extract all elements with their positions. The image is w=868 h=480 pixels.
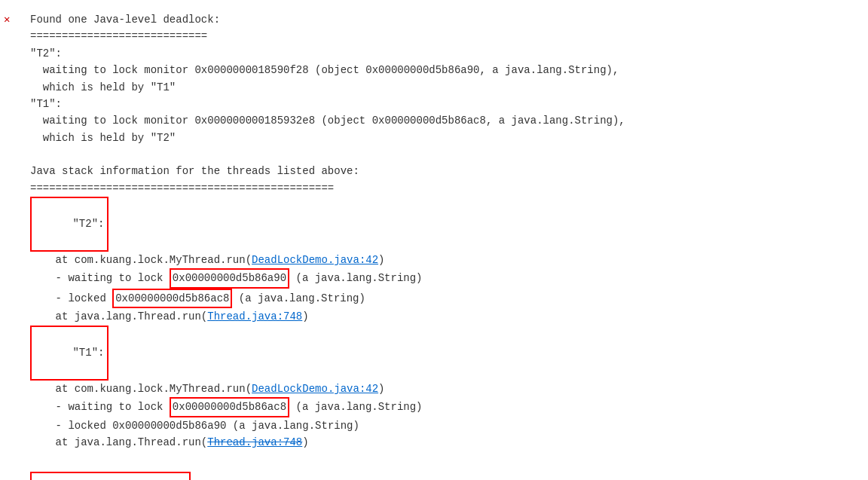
t2-which-text: which is held by "T1" [30,79,176,96]
t2-label-text: "T2": [30,45,62,62]
separator2-text: ========================================… [30,180,334,197]
java-stack-line: Java stack information for the threads l… [15,163,853,179]
red-x-icon: ✕ [4,11,10,28]
t1-wait-addr-text: 0x00000000d5b86ac8 [173,401,286,413]
t2-at-end-text: ) [378,252,384,268]
t2-locked-line: - locked 0x00000000d5b86ac8 (a java.lang… [15,289,853,308]
t1-link-text[interactable]: DeadLockDemo.java:42 [252,381,378,397]
t2-wait-addr-box: 0x00000000d5b86a90 [170,268,289,288]
t2-obj1-text: 0x00000000d5b86a90 [365,62,479,78]
t2-thread-box: "T2": [30,197,108,252]
t2-lock-end-text: (a java.lang.String) [232,290,365,307]
found-deadlock-text: Found one Java-level deadlock: [30,11,220,28]
t2-wait-end-text: (a java.lang.String) [289,270,422,286]
t1-locked-line: - locked 0x00000000d5b86a90 (a java.lang… [15,417,853,434]
t1-which-text: which is held by "T2" [30,130,176,146]
t1-thread-run-text: at java.lang.Thread.run( [30,434,207,451]
t2-thread-link-text[interactable]: Thread.java:748 [207,308,302,325]
t1-lock-end-text: (a java.lang.String) [226,417,359,434]
t1-locked-text: - locked [30,417,112,434]
t2-wait-text: - waiting to lock [30,270,170,286]
t1-thread-link-text[interactable]: Thread.java:748 [207,434,302,451]
found-deadlock-line: Found 1 deadlock. [15,467,853,480]
t2-lock-addr-text: 0x00000000d5b86ac8 [115,292,229,304]
t1-obj1-text: 0x00000000d5b86ac8 [372,112,486,129]
t2-thread-run-text: at java.lang.Thread.run( [30,308,207,325]
header-line: Found one Java-level deadlock: [15,11,853,28]
t1-waiting-text: waiting to lock monitor 0x00000000018593… [30,112,372,129]
t2-wait-lock-line: - waiting to lock 0x00000000d5b86a90 (a … [15,268,853,288]
t2-wait-addr-text: 0x00000000d5b86a90 [173,272,286,284]
t2-thread-text: "T2": [72,218,104,230]
t1-which-line: which is held by "T2" [15,130,853,146]
t1-at-text: at com.kuang.lock.MyThread.run( [30,381,252,397]
separator1-line: ============================ [15,28,853,44]
empty-line-2 [15,451,853,467]
t1-wait-addr-box: 0x00000000d5b86ac8 [170,397,289,417]
t2-locked-text: - locked [30,290,112,307]
t2-thread-run-line: at java.lang.Thread.run(Thread.java:748) [15,308,853,325]
t1-at-end-text: ) [378,381,384,397]
found-deadlock-box: Found 1 deadlock. [30,472,191,480]
t2-header-line: "T2": [15,45,853,62]
t2-obj1-end-text: , a java.lang.String), [480,62,619,78]
t1-at-line: at com.kuang.lock.MyThread.run(DeadLockD… [15,381,853,397]
t1-thread-line: "T1": [15,326,853,381]
t1-thread-box: "T1": [30,326,108,381]
t1-waiting-line: waiting to lock monitor 0x00000000018593… [15,112,853,129]
t2-waiting-line: waiting to lock monitor 0x0000000018590f… [15,62,853,78]
separator2-line: ========================================… [15,180,853,197]
t2-thread-end-text: ) [302,308,308,325]
t1-thread-end-text: ) [302,434,308,451]
separator1-text: ============================ [30,28,207,44]
t2-at-line: at com.kuang.lock.MyThread.run(DeadLockD… [15,252,853,268]
t1-label-text: "T1": [30,96,62,112]
t1-lock-addr-text: 0x00000000d5b86a90 [112,417,226,434]
t1-thread-run-line: at java.lang.Thread.run(Thread.java:748) [15,434,853,451]
empty-line-1 [15,146,853,163]
t1-wait-end-text: (a java.lang.String) [289,399,422,415]
java-stack-text: Java stack information for the threads l… [30,163,359,179]
t2-which-line: which is held by "T1" [15,79,853,96]
t1-wait-text: - waiting to lock [30,399,170,415]
t2-thread-line: "T2": [15,197,853,252]
t1-obj1-end-text: , a java.lang.String), [486,112,625,129]
t2-at-text: at com.kuang.lock.MyThread.run( [30,252,252,268]
t2-waiting-text: waiting to lock monitor 0x0000000018590f… [30,62,365,78]
t1-wait-lock-line: - waiting to lock 0x00000000d5b86ac8 (a … [15,397,853,417]
t2-link-text[interactable]: DeadLockDemo.java:42 [252,252,378,268]
t1-thread-text: "T1": [72,347,104,359]
t2-lock-addr-box: 0x00000000d5b86ac8 [112,289,232,308]
t1-header-line: "T1": [15,96,853,112]
